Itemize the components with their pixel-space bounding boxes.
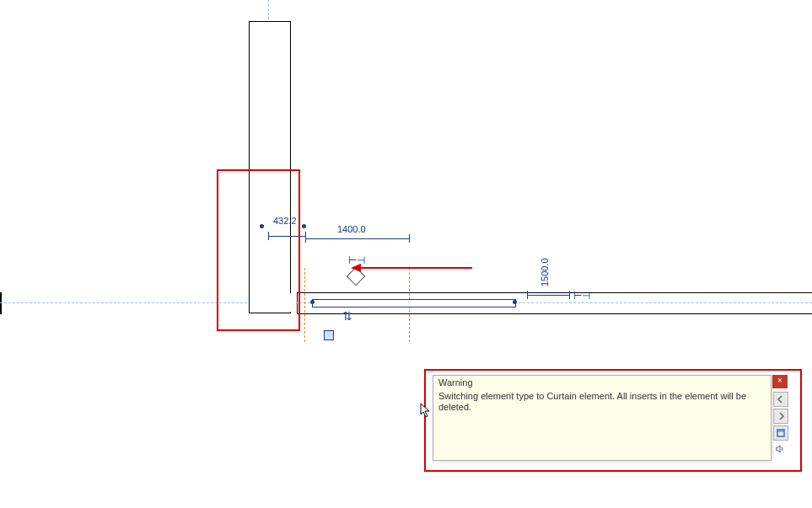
wall-segment-left — [0, 292, 2, 314]
temp-dim-2-line — [305, 234, 409, 235]
temp-dim-3-text[interactable]: 1500.0 — [540, 258, 550, 286]
element-handle[interactable] — [324, 330, 334, 340]
temp-dim-2-text[interactable]: 1400.0 — [337, 224, 366, 234]
annotation-highlight-2 — [424, 369, 802, 472]
annotation-arrow-head — [351, 264, 361, 272]
temp-dim-3-line — [527, 291, 569, 291]
dim-drag-handle[interactable]: ⊢⊣ — [573, 290, 590, 302]
extension-line-left — [304, 268, 305, 342]
drawing-canvas[interactable]: 432.2 1400.0 1500.0 ⊢⊣ ⊢⊣ ⇅ Warning Swit… — [0, 0, 812, 508]
annotation-highlight-1 — [217, 169, 300, 331]
flip-arrows-icon[interactable]: ⇅ — [342, 312, 352, 320]
annotation-arrow-line — [361, 267, 472, 269]
grip-end[interactable] — [513, 300, 517, 304]
grip-start[interactable] — [310, 300, 315, 304]
selected-element[interactable] — [312, 299, 516, 307]
temp-dim-1-witness-dot-right[interactable] — [302, 224, 306, 228]
